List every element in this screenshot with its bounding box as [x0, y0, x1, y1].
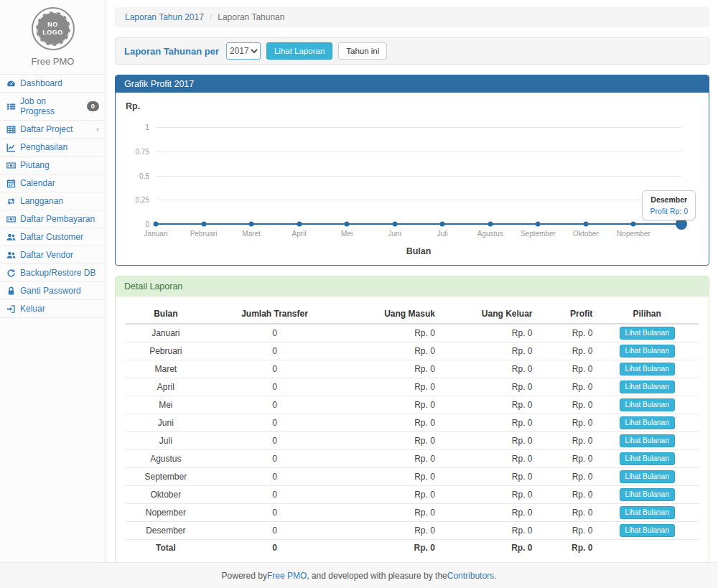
- sidebar-item-label: Dashboard: [20, 78, 62, 88]
- sidebar-item-penghasilan[interactable]: Penghasilan: [0, 139, 106, 157]
- cell: Rp. 0: [536, 504, 596, 522]
- data-point-maret[interactable]: [249, 222, 254, 227]
- detail-table: BulanJumlah TransferUang MasukUang Kelua…: [126, 305, 699, 556]
- cell-actions: Lihat Bulanan: [595, 450, 699, 468]
- retweet-icon: [6, 197, 16, 206]
- view-monthly-button[interactable]: Lihat Bulanan: [620, 524, 675, 537]
- sidebar-item-daftar-vendor[interactable]: Daftar Vendor: [0, 246, 106, 264]
- data-point-april[interactable]: [297, 222, 302, 227]
- cell: Rp. 0: [438, 324, 536, 342]
- view-monthly-button[interactable]: Lihat Bulanan: [620, 434, 675, 447]
- sidebar-item-label: Piutang: [20, 160, 50, 170]
- cell: Rp. 0: [536, 342, 596, 360]
- view-report-button[interactable]: Lihat Laporan: [266, 42, 332, 60]
- view-monthly-button[interactable]: Lihat Bulanan: [620, 363, 675, 375]
- column-header-uang-masuk: Uang Masuk: [343, 305, 438, 324]
- cell: Rp. 0: [536, 432, 596, 450]
- y-tick-label: 0: [145, 220, 149, 228]
- x-tick-label: Juni: [388, 230, 401, 238]
- view-monthly-button[interactable]: Lihat Bulanan: [620, 398, 675, 411]
- x-tick-label: Pebruari: [190, 230, 218, 238]
- cell: 0: [206, 360, 344, 378]
- cell: Rp. 0: [343, 396, 438, 414]
- view-monthly-button[interactable]: Lihat Bulanan: [620, 327, 675, 340]
- cell: 0: [206, 396, 344, 414]
- x-tick-label: Januari: [144, 230, 168, 238]
- sidebar-item-job-on-progress[interactable]: Job on Progress0: [0, 93, 106, 121]
- data-point-januari[interactable]: [154, 222, 159, 227]
- data-point-nopember[interactable]: [631, 222, 636, 227]
- cell: Pebruari: [126, 342, 206, 360]
- footer-text-middle: , and developed with pleasure by the: [307, 571, 447, 581]
- sidebar-item-label: Daftar Vendor: [20, 250, 73, 260]
- sidebar-item-keluar[interactable]: Keluar: [0, 300, 106, 318]
- table-row-agustus: Agustus0Rp. 0Rp. 0Rp. 0Lihat Bulanan: [126, 450, 699, 468]
- sidebar: NO LOGO Free PMO DashboardJob on Progres…: [0, 0, 106, 562]
- cell: 0: [206, 450, 344, 468]
- data-point-september[interactable]: [536, 222, 541, 227]
- toolbar-label: Laporan Tahunan per: [124, 46, 219, 57]
- contributors-link[interactable]: Contributors: [447, 571, 494, 581]
- free-pmo-link[interactable]: Free PMO: [267, 571, 307, 581]
- cell: Juni: [126, 414, 206, 432]
- cell: September: [126, 468, 206, 486]
- column-header-profit: Profit: [536, 305, 596, 324]
- money-icon: [6, 215, 16, 224]
- data-point-agustus[interactable]: [488, 222, 493, 227]
- sidebar-item-dashboard[interactable]: Dashboard: [0, 75, 106, 93]
- cell-actions: Lihat Bulanan: [595, 522, 699, 540]
- view-monthly-button[interactable]: Lihat Bulanan: [620, 381, 675, 393]
- chevron-left-icon: ‹: [96, 126, 99, 133]
- data-point-mei[interactable]: [345, 222, 350, 227]
- footer-text-before: Powered by: [222, 571, 267, 581]
- sidebar-item-daftar-customer[interactable]: Daftar Customer: [0, 228, 106, 246]
- table-icon: [6, 125, 16, 134]
- view-monthly-button[interactable]: Lihat Bulanan: [620, 345, 675, 358]
- logo-line2: LOGO: [42, 29, 63, 37]
- total-cell: Rp. 0: [536, 540, 596, 557]
- cell: Januari: [126, 324, 206, 342]
- sidebar-item-daftar-project[interactable]: Daftar Project‹: [0, 121, 106, 139]
- cell: Rp. 0: [438, 504, 536, 522]
- view-monthly-button[interactable]: Lihat Bulanan: [620, 452, 675, 465]
- data-point-pebruari[interactable]: [201, 222, 206, 227]
- table-row-desember: Desember0Rp. 0Rp. 0Rp. 0Lihat Bulanan: [126, 522, 699, 540]
- cell: 0: [206, 414, 344, 432]
- chart-gridline: [156, 127, 681, 128]
- lock-icon: [6, 286, 16, 296]
- this-year-button[interactable]: Tahun ini: [338, 42, 387, 60]
- sidebar-item-ganti-password[interactable]: Ganti Password: [0, 282, 106, 300]
- table-row-maret: Maret0Rp. 0Rp. 0Rp. 0Lihat Bulanan: [126, 360, 699, 378]
- cell: Rp. 0: [438, 468, 536, 486]
- sidebar-item-label: Calendar: [20, 178, 55, 188]
- data-point-oktober[interactable]: [583, 222, 588, 227]
- cell: Rp. 0: [343, 342, 438, 360]
- cell: Rp. 0: [343, 468, 438, 486]
- cell-actions: Lihat Bulanan: [595, 486, 699, 504]
- data-point-juni[interactable]: [392, 222, 397, 227]
- column-header-uang-keluar: Uang Keluar: [438, 305, 536, 324]
- view-monthly-button[interactable]: Lihat Bulanan: [620, 488, 675, 501]
- view-monthly-button[interactable]: Lihat Bulanan: [620, 506, 675, 519]
- view-monthly-button[interactable]: Lihat Bulanan: [620, 416, 675, 429]
- chart-gridline: [156, 200, 681, 200]
- year-select[interactable]: 2017: [226, 42, 261, 60]
- cell: April: [126, 378, 206, 396]
- breadcrumb-current: Laporan Tahunan: [218, 12, 284, 22]
- breadcrumb-separator: /: [210, 12, 212, 22]
- main-content: Laporan Tahun 2017/Laporan Tahunan Lapor…: [106, 0, 718, 562]
- table-row-juni: Juni0Rp. 0Rp. 0Rp. 0Lihat Bulanan: [126, 414, 699, 432]
- cell: Rp. 0: [343, 432, 438, 450]
- sidebar-item-piutang[interactable]: Piutang: [0, 157, 106, 174]
- breadcrumb-link[interactable]: Laporan Tahun 2017: [125, 12, 204, 22]
- view-monthly-button[interactable]: Lihat Bulanan: [620, 470, 675, 483]
- sidebar-item-calendar[interactable]: Calendar: [0, 174, 106, 192]
- sidebar-item-daftar-pembayaran[interactable]: Daftar Pembayaran: [0, 210, 106, 228]
- chart-y-axis-label: Rp.: [126, 101, 140, 111]
- data-point-juli[interactable]: [440, 222, 445, 227]
- sidebar-item-backup-restore-db[interactable]: Backup/Restore DB: [0, 264, 106, 282]
- cell: Rp. 0: [343, 522, 438, 540]
- sidebar-item-langganan[interactable]: Langganan: [0, 192, 106, 210]
- table-row-april: April0Rp. 0Rp. 0Rp. 0Lihat Bulanan: [126, 378, 699, 396]
- y-tick-label: 0.75: [136, 147, 149, 155]
